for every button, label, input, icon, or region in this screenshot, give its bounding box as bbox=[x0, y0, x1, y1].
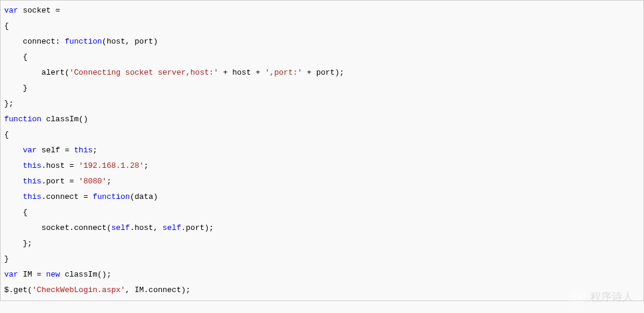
t bbox=[4, 177, 23, 186]
kw-new: new bbox=[46, 270, 60, 279]
t: + port); bbox=[302, 68, 344, 77]
watermark-text: 程序诗人 bbox=[590, 290, 633, 304]
watermark: 程序诗人 bbox=[568, 288, 633, 306]
t: socket.connect( bbox=[4, 223, 111, 232]
str: '192.168.1.28' bbox=[79, 161, 144, 170]
kw-this: this bbox=[23, 192, 41, 201]
t: .port); bbox=[181, 223, 214, 232]
t bbox=[4, 192, 23, 201]
t: { bbox=[4, 208, 27, 217]
t: .host, bbox=[130, 223, 163, 232]
t: alert( bbox=[4, 68, 69, 77]
code-block: var socket = { connect: function(host, p… bbox=[0, 0, 644, 301]
kw-function: function bbox=[64, 37, 101, 46]
t: (host, port) bbox=[102, 37, 158, 46]
t: { bbox=[4, 53, 27, 62]
t: } bbox=[4, 254, 9, 263]
kw-self: self bbox=[111, 223, 130, 232]
t: (data) bbox=[130, 192, 158, 201]
t bbox=[4, 161, 23, 170]
kw-this: this bbox=[74, 146, 93, 155]
kw-this: this bbox=[23, 177, 41, 186]
t: + host + bbox=[218, 68, 265, 77]
t: } bbox=[4, 84, 27, 93]
kw-var: var bbox=[23, 146, 36, 155]
t: ; bbox=[93, 146, 97, 155]
t: classIm(); bbox=[60, 270, 112, 279]
t: { bbox=[4, 22, 9, 30]
t: }; bbox=[4, 99, 14, 108]
t: ; bbox=[144, 161, 149, 170]
str: '8080' bbox=[79, 177, 107, 186]
kw-self: self bbox=[162, 223, 181, 232]
kw-var: var bbox=[4, 270, 18, 279]
str: ',port:' bbox=[265, 68, 302, 77]
t: .host = bbox=[41, 161, 78, 170]
t: $.get( bbox=[4, 286, 32, 294]
t bbox=[4, 146, 23, 155]
t: IM = bbox=[18, 270, 46, 279]
t: , IM.connect); bbox=[125, 286, 190, 294]
str: 'CheckWebLogin.aspx' bbox=[32, 286, 125, 294]
t: ; bbox=[107, 177, 112, 186]
kw-var: var bbox=[4, 6, 18, 15]
t: connect: bbox=[4, 37, 64, 46]
t: { bbox=[4, 130, 9, 139]
str: 'Connecting socket server,host:' bbox=[69, 68, 218, 77]
kw-function: function bbox=[4, 115, 41, 124]
kw-this: this bbox=[23, 161, 41, 170]
t: .connect = bbox=[41, 192, 93, 201]
t: classIm() bbox=[41, 115, 88, 124]
t: self = bbox=[37, 146, 74, 155]
t: .port = bbox=[41, 177, 78, 186]
kw-function: function bbox=[93, 192, 130, 201]
t: }; bbox=[4, 239, 32, 248]
t: socket = bbox=[18, 6, 60, 15]
wechat-icon bbox=[568, 288, 586, 306]
